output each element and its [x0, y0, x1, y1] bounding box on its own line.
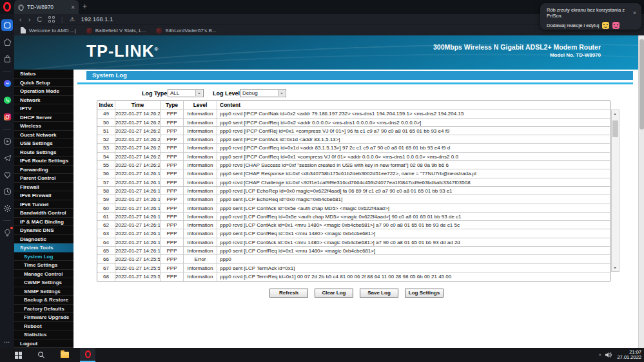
- speed-dial-icon[interactable]: [1, 19, 13, 31]
- sidebar-item-diagnostic[interactable]: Diagnostic: [14, 235, 73, 244]
- sidebar-item-firewall[interactable]: Firewall: [14, 183, 73, 192]
- instagram-icon[interactable]: [1, 111, 13, 122]
- cell-level: Information: [184, 247, 217, 254]
- sidebar-item-reboot[interactable]: Reboot: [14, 322, 73, 331]
- sidebar-item-manage-control[interactable]: Manage Control: [14, 270, 73, 279]
- log-level-select[interactable]: Debug: [240, 89, 286, 97]
- pinboard-icon[interactable]: [1, 227, 13, 238]
- sidebar-item-time-settings[interactable]: Time Settings: [14, 261, 73, 270]
- cell-index: 58: [97, 187, 115, 195]
- bookmark-label: Battlefield V Stats, L...: [95, 28, 146, 33]
- cell-index: 63: [97, 229, 115, 237]
- new-tab-button[interactable]: +: [83, 2, 87, 11]
- player-icon[interactable]: [1, 135, 13, 147]
- telegram-icon[interactable]: [1, 152, 13, 164]
- sidebar-item-iptv[interactable]: IPTV: [14, 104, 73, 113]
- shopping-icon[interactable]: [1, 53, 13, 64]
- not-secure-warning-icon[interactable]: ⚠: [70, 16, 75, 23]
- browser-scrollbar[interactable]: [638, 35, 644, 348]
- sidebar-item-quick-setup[interactable]: Quick Setup: [14, 79, 73, 88]
- sidebar-item-factory-defaults[interactable]: Factory Defaults: [14, 305, 73, 314]
- scroll-down-icon[interactable]: [612, 264, 619, 271]
- tab-close-icon[interactable]: ×: [71, 4, 75, 11]
- sidebar-item-wireless[interactable]: Wireless: [14, 122, 73, 131]
- sidebar-item-network[interactable]: Network: [14, 96, 73, 105]
- sidebar-item-guest-network[interactable]: Guest Network: [14, 131, 73, 140]
- messenger-icon[interactable]: [1, 77, 13, 89]
- save-log-button[interactable]: Save Log: [360, 289, 398, 298]
- address-bar-url[interactable]: 192.168.1.1: [81, 16, 113, 23]
- bookmark-item[interactable]: Battlefield V Stats, L...: [86, 28, 146, 33]
- sidebar-item-statistics[interactable]: Statistics: [14, 330, 73, 339]
- sidebar-item-status[interactable]: Status: [14, 70, 73, 79]
- sidebar-item-system-tools[interactable]: System Tools: [14, 243, 73, 252]
- log-row: 502022-01-27 14:26:20PPPInformationppp0 …: [97, 119, 610, 127]
- reload-icon[interactable]: C: [37, 15, 42, 24]
- sidebar-item-parent-control[interactable]: Parent Control: [14, 174, 73, 183]
- log-row: 642022-01-27 14:26:16PPPInformationppp0 …: [97, 238, 610, 247]
- sidebar-item-ipv6-firewall[interactable]: IPv6 Firewall: [14, 191, 73, 200]
- workspaces-icon[interactable]: [1, 36, 13, 48]
- bookmark-item[interactable]: SithLordVader67's B...: [156, 28, 216, 33]
- cell-type: PPP: [161, 153, 184, 160]
- sidebar-item-firmware-upgrade[interactable]: Firmware Upgrade: [14, 313, 73, 322]
- log-row: 512022-01-27 14:26:20PPPInformationppp0 …: [97, 127, 610, 135]
- cell-time: 2022-01-27 14:26:20: [115, 144, 161, 151]
- sidebar-item-snmp-settings[interactable]: SNMP Settings: [14, 287, 73, 296]
- sidebar-item-dynamic-dns[interactable]: Dynamic DNS: [14, 226, 73, 235]
- cell-index: 62: [97, 221, 115, 229]
- scrollbar-thumb[interactable]: [612, 120, 618, 137]
- sidebar-item-ipv6-route-settings[interactable]: IPv6 Route Settings: [14, 157, 73, 166]
- sidebar-item-forwarding[interactable]: Forwarding: [14, 166, 73, 175]
- speed-dial-grid-icon[interactable]: [48, 16, 55, 23]
- sidebar-item-route-settings[interactable]: Route Settings: [14, 148, 73, 157]
- taskbar-search-button[interactable]: [34, 348, 49, 362]
- cell-time: 2022-01-27 14:26:19: [115, 204, 161, 212]
- sidebar-item-ip-mac-binding[interactable]: IP & MAC Binding: [14, 218, 73, 227]
- sidebar-item-logout[interactable]: Logout: [14, 339, 73, 348]
- whatsapp-icon[interactable]: [1, 94, 13, 106]
- browser-scrollbar-thumb[interactable]: [639, 39, 644, 129]
- settings-icon[interactable]: [1, 202, 13, 214]
- sidebar-item-usb-settings[interactable]: USB Settings: [14, 139, 73, 148]
- sidebar-item-cwmp-settings[interactable]: CWMP Settings: [14, 278, 73, 287]
- refresh-button[interactable]: Refresh: [269, 289, 308, 298]
- sidebar-more-icon[interactable]: •••: [0, 340, 14, 344]
- back-icon[interactable]: ‹: [19, 15, 22, 24]
- sidebar-item-operation-mode[interactable]: Operation Mode: [14, 87, 73, 96]
- browser-tab[interactable]: TD-W8970 ×: [14, 0, 79, 14]
- sidebar-item-ipv6-tunnel[interactable]: IPv6 Tunnel: [14, 200, 73, 209]
- cell-time: 2022-01-27 14:26:19: [115, 169, 161, 177]
- history-icon[interactable]: [1, 186, 13, 197]
- clear-log-button[interactable]: Clear Log: [315, 289, 353, 298]
- sidebar-item-system-log[interactable]: System Log: [14, 252, 73, 262]
- sidebar-item-bandwidth-control[interactable]: Bandwidth Control: [14, 209, 73, 218]
- smiley-emoji-icon[interactable]: [602, 22, 609, 29]
- cell-level: Information: [184, 127, 217, 135]
- notification-close-icon[interactable]: ×: [633, 10, 636, 16]
- chevron-down-icon[interactable]: [195, 90, 202, 96]
- folder-icon: [61, 352, 69, 358]
- log-table-scrollbar[interactable]: [611, 110, 620, 272]
- heart-icon[interactable]: [1, 169, 13, 180]
- log-row: 492022-01-27 14:26:20PPPInformationppp0 …: [97, 110, 610, 118]
- opera-logo-icon[interactable]: [3, 2, 11, 12]
- chevron-down-icon[interactable]: [278, 90, 285, 96]
- router-header-banner: TP-LINK® 300Mbps Wireless N Gigabit ADSL…: [14, 35, 638, 70]
- start-button[interactable]: [10, 348, 26, 362]
- taskbar-opera-button[interactable]: [80, 348, 95, 362]
- sidebar-item-dhcp-server[interactable]: DHCP Server: [14, 113, 73, 122]
- scroll-up-icon[interactable]: [612, 110, 619, 117]
- bookmark-item[interactable]: Welcome to AMD ...|: [21, 27, 76, 33]
- cell-time: 2022-01-27 14:26:16: [115, 238, 161, 246]
- forward-icon[interactable]: ›: [28, 15, 31, 24]
- file-explorer-button[interactable]: [57, 348, 72, 362]
- log-type-select[interactable]: ALL: [168, 89, 204, 97]
- tray-chevron-up-icon[interactable]: ^: [599, 352, 601, 358]
- sidebar-item-backup-restore[interactable]: Backup & Restore: [14, 296, 73, 305]
- log-row: 672022-01-27 14:25:55PPPInformationppp0 …: [97, 264, 610, 272]
- taskbar-clock[interactable]: 21:07 27.01.2022: [617, 350, 641, 361]
- speaker-icon[interactable]: [605, 352, 612, 358]
- log-settings-button[interactable]: Log Settings: [405, 289, 444, 298]
- devil-emoji-icon[interactable]: [612, 22, 620, 29]
